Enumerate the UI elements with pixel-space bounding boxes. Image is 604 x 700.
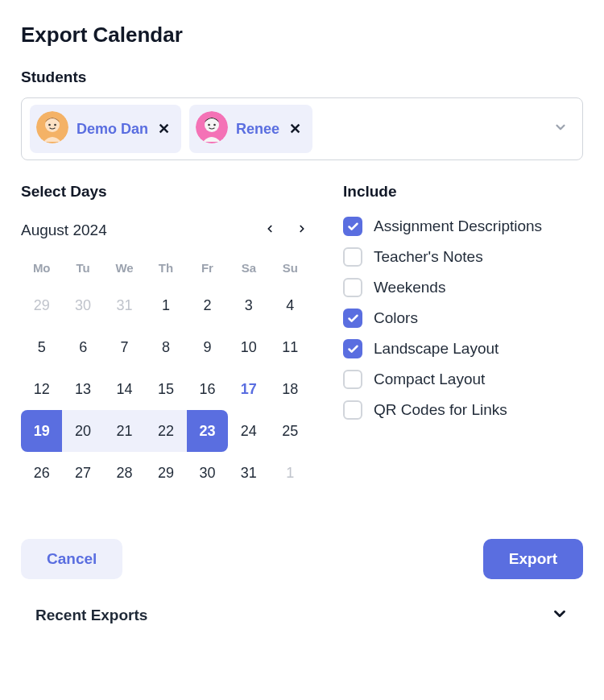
checkbox[interactable]	[343, 278, 362, 297]
checkbox[interactable]	[343, 339, 362, 358]
checkbox[interactable]	[343, 247, 362, 267]
include-option[interactable]: Compact Layout	[343, 370, 583, 389]
calendar-day[interactable]: 23	[187, 410, 228, 452]
chevron-down-icon	[551, 605, 569, 626]
calendar-dow: Su	[270, 255, 311, 284]
calendar-day[interactable]: 9	[187, 326, 228, 368]
calendar-day[interactable]: 18	[270, 368, 311, 410]
include-option[interactable]: QR Codes for Links	[343, 400, 583, 420]
checkbox[interactable]	[343, 400, 362, 420]
svg-point-6	[208, 124, 210, 126]
calendar-day[interactable]: 28	[104, 452, 145, 494]
calendar-day[interactable]: 14	[104, 368, 145, 410]
calendar-day[interactable]: 25	[270, 410, 311, 452]
select-days-label: Select Days	[21, 183, 311, 201]
calendar-day[interactable]: 2	[187, 284, 228, 326]
export-button[interactable]: Export	[483, 539, 583, 579]
calendar-day[interactable]: 26	[21, 452, 62, 494]
avatar	[196, 111, 228, 147]
include-option[interactable]: Landscape Layout	[343, 339, 583, 358]
calendar-dow: Tu	[62, 255, 103, 284]
chevron-down-icon[interactable]	[547, 120, 574, 138]
calendar-dow: Fr	[187, 255, 228, 284]
calendar-dow: Th	[145, 255, 186, 284]
calendar-day[interactable]: 4	[270, 284, 311, 326]
calendar-month-label: August 2024	[21, 222, 107, 239]
calendar-day[interactable]: 8	[145, 326, 186, 368]
students-select[interactable]: Demo Dan ✕ Renee ✕	[21, 97, 583, 160]
calendar-day[interactable]: 16	[187, 368, 228, 410]
calendar-day[interactable]: 27	[62, 452, 103, 494]
student-chip[interactable]: Demo Dan ✕	[30, 105, 181, 153]
calendar-day[interactable]: 12	[21, 368, 62, 410]
student-chip[interactable]: Renee ✕	[189, 105, 312, 153]
calendar-day[interactable]: 6	[62, 326, 103, 368]
calendar-day[interactable]: 29	[145, 452, 186, 494]
checkbox[interactable]	[343, 309, 362, 328]
include-option-label: Weekends	[374, 279, 445, 296]
include-option-label: Landscape Layout	[374, 340, 499, 358]
checkbox[interactable]	[343, 370, 362, 389]
include-option-label: Teacher's Notes	[374, 248, 483, 266]
student-chip-name: Demo Dan	[77, 121, 148, 138]
page-title: Export Calendar	[21, 23, 583, 48]
calendar-day[interactable]: 31	[228, 452, 269, 494]
calendar-day[interactable]: 7	[104, 326, 145, 368]
calendar-day[interactable]: 19	[21, 410, 62, 452]
calendar-day[interactable]: 21	[104, 410, 145, 452]
calendar-day[interactable]: 29	[21, 284, 62, 326]
calendar-day[interactable]: 30	[62, 284, 103, 326]
svg-point-7	[213, 124, 216, 126]
close-icon[interactable]: ✕	[288, 120, 303, 138]
avatar	[36, 111, 68, 147]
calendar-day[interactable]: 31	[104, 284, 145, 326]
include-option-label: Compact Layout	[374, 371, 485, 388]
include-option[interactable]: Weekends	[343, 278, 583, 297]
svg-point-2	[48, 124, 51, 126]
calendar-day[interactable]: 3	[228, 284, 269, 326]
calendar-day[interactable]: 24	[228, 410, 269, 452]
calendar-day[interactable]: 1	[145, 284, 186, 326]
include-option-label: QR Codes for Links	[374, 401, 507, 419]
svg-point-3	[54, 124, 56, 126]
calendar-dow: Sa	[228, 255, 269, 284]
calendar-day[interactable]: 13	[62, 368, 103, 410]
calendar-day[interactable]: 1	[270, 452, 311, 494]
prev-month-button[interactable]	[261, 220, 279, 240]
include-label: Include	[343, 183, 583, 201]
calendar-day[interactable]: 5	[21, 326, 62, 368]
calendar-day[interactable]: 17	[228, 368, 269, 410]
calendar-day[interactable]: 15	[145, 368, 186, 410]
recent-exports-toggle[interactable]: Recent Exports	[21, 605, 583, 626]
calendar-day[interactable]: 30	[187, 452, 228, 494]
calendar-day[interactable]: 10	[228, 326, 269, 368]
close-icon[interactable]: ✕	[156, 120, 172, 138]
calendar-dow: We	[104, 255, 145, 284]
students-label: Students	[21, 68, 583, 86]
student-chip-name: Renee	[236, 121, 279, 138]
include-option[interactable]: Teacher's Notes	[343, 247, 583, 267]
checkbox[interactable]	[343, 217, 362, 236]
next-month-button[interactable]	[293, 220, 311, 240]
include-option-label: Colors	[374, 309, 418, 327]
cancel-button[interactable]: Cancel	[21, 539, 122, 579]
include-option[interactable]: Assignment Descriptions	[343, 217, 583, 236]
include-option-label: Assignment Descriptions	[374, 217, 542, 235]
calendar-day[interactable]: 20	[62, 410, 103, 452]
recent-exports-label: Recent Exports	[35, 607, 147, 624]
calendar-grid: MoTuWeThFrSaSu29303112345678910111213141…	[21, 255, 311, 494]
calendar-day[interactable]: 11	[270, 326, 311, 368]
include-option[interactable]: Colors	[343, 309, 583, 328]
calendar-day[interactable]: 22	[145, 410, 186, 452]
calendar-dow: Mo	[21, 255, 62, 284]
